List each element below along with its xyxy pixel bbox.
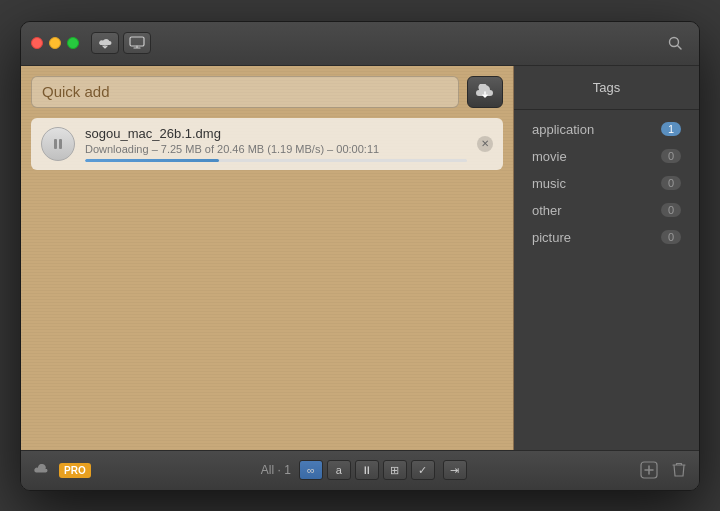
- tag-count-application: 1: [661, 122, 681, 136]
- add-icon[interactable]: [637, 460, 661, 480]
- download-status: Downloading – 7.25 MB of 20.46 MB (1.19 …: [85, 143, 467, 155]
- tag-item-picture[interactable]: picture 0: [524, 226, 689, 249]
- app-window: sogou_mac_26b.1.dmg Downloading – 7.25 M…: [20, 21, 700, 491]
- pro-badge: PRO: [59, 463, 91, 478]
- delete-icon[interactable]: [667, 460, 691, 480]
- download-item: sogou_mac_26b.1.dmg Downloading – 7.25 M…: [31, 118, 503, 170]
- svg-rect-3: [54, 139, 57, 149]
- loop-button[interactable]: ∞: [299, 460, 323, 480]
- right-panel: Tags application 1 movie 0 music 0 other: [514, 66, 699, 450]
- bottom-left: PRO: [29, 460, 91, 480]
- download-filename: sogou_mac_26b.1.dmg: [85, 126, 467, 141]
- tag-count-movie: 0: [661, 149, 681, 163]
- tag-item-application[interactable]: application 1: [524, 118, 689, 141]
- monitor-icon[interactable]: [123, 32, 151, 54]
- tag-count-other: 0: [661, 203, 681, 217]
- tag-item-other[interactable]: other 0: [524, 199, 689, 222]
- download-info: sogou_mac_26b.1.dmg Downloading – 7.25 M…: [85, 126, 467, 162]
- tag-name-picture: picture: [532, 230, 571, 245]
- grid-view-button[interactable]: ⊞: [383, 460, 407, 480]
- svg-rect-4: [59, 139, 62, 149]
- close-button[interactable]: [31, 37, 43, 49]
- download-summary: All · 1: [261, 463, 291, 477]
- expand-button[interactable]: ⇥: [443, 460, 467, 480]
- left-panel: sogou_mac_26b.1.dmg Downloading – 7.25 M…: [21, 66, 514, 450]
- traffic-lights: [31, 37, 79, 49]
- titlebar: [21, 22, 699, 66]
- minimize-button[interactable]: [49, 37, 61, 49]
- search-button[interactable]: [661, 32, 689, 54]
- tag-item-movie[interactable]: movie 0: [524, 145, 689, 168]
- quick-add-bar: [21, 66, 513, 118]
- alpha-sort-button[interactable]: a: [327, 460, 351, 480]
- quick-add-input[interactable]: [31, 76, 459, 108]
- tag-count-picture: 0: [661, 230, 681, 244]
- tags-header: Tags: [514, 66, 699, 110]
- pause-all-button[interactable]: ⏸: [355, 460, 379, 480]
- download-list: sogou_mac_26b.1.dmg Downloading – 7.25 M…: [21, 118, 513, 450]
- download-cancel-button[interactable]: ✕: [477, 136, 493, 152]
- main-content: sogou_mac_26b.1.dmg Downloading – 7.25 M…: [21, 66, 699, 450]
- bottom-center: All · 1 ∞ a ⏸ ⊞ ✓ ⇥: [91, 460, 637, 480]
- tag-name-other: other: [532, 203, 562, 218]
- bottom-bar: PRO All · 1 ∞ a ⏸ ⊞ ✓ ⇥: [21, 450, 699, 490]
- bottom-right: [637, 460, 691, 480]
- tag-name-movie: movie: [532, 149, 567, 164]
- download-progress-bar: [85, 159, 467, 162]
- pause-icon[interactable]: [41, 127, 75, 161]
- add-download-button[interactable]: [467, 76, 503, 108]
- tag-count-music: 0: [661, 176, 681, 190]
- tag-name-music: music: [532, 176, 566, 191]
- maximize-button[interactable]: [67, 37, 79, 49]
- tag-item-music[interactable]: music 0: [524, 172, 689, 195]
- bottom-controls: ∞ a ⏸ ⊞ ✓: [299, 460, 435, 480]
- tags-list: application 1 movie 0 music 0 other 0 pi…: [514, 110, 699, 257]
- filter-button[interactable]: ✓: [411, 460, 435, 480]
- svg-line-2: [678, 46, 682, 50]
- tags-title: Tags: [593, 80, 620, 95]
- cloud-small-icon[interactable]: [29, 460, 53, 480]
- download-progress-fill: [85, 159, 219, 162]
- tag-name-application: application: [532, 122, 594, 137]
- svg-rect-0: [130, 37, 144, 46]
- cloud-icon[interactable]: [91, 32, 119, 54]
